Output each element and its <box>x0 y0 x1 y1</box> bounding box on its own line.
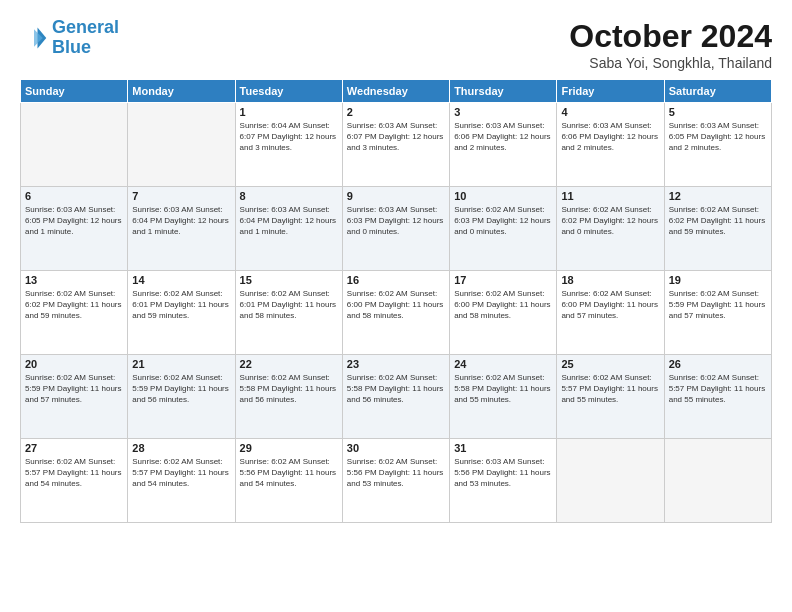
day-number: 31 <box>454 442 552 454</box>
table-row: 17Sunrise: 6:02 AM Sunset: 6:00 PM Dayli… <box>450 271 557 355</box>
header: General Blue October 2024 Saba Yoi, Song… <box>20 18 772 71</box>
day-number: 25 <box>561 358 659 370</box>
day-number: 1 <box>240 106 338 118</box>
table-row: 27Sunrise: 6:02 AM Sunset: 5:57 PM Dayli… <box>21 439 128 523</box>
table-row: 4Sunrise: 6:03 AM Sunset: 6:06 PM Daylig… <box>557 103 664 187</box>
calendar: Sunday Monday Tuesday Wednesday Thursday… <box>20 79 772 523</box>
col-sunday: Sunday <box>21 80 128 103</box>
logo-line1: General <box>52 17 119 37</box>
table-row: 15Sunrise: 6:02 AM Sunset: 6:01 PM Dayli… <box>235 271 342 355</box>
day-info: Sunrise: 6:02 AM Sunset: 5:56 PM Dayligh… <box>240 456 338 490</box>
day-number: 13 <box>25 274 123 286</box>
day-number: 20 <box>25 358 123 370</box>
day-info: Sunrise: 6:02 AM Sunset: 6:02 PM Dayligh… <box>561 204 659 238</box>
table-row: 29Sunrise: 6:02 AM Sunset: 5:56 PM Dayli… <box>235 439 342 523</box>
table-row: 1Sunrise: 6:04 AM Sunset: 6:07 PM Daylig… <box>235 103 342 187</box>
logo: General Blue <box>20 18 119 58</box>
day-number: 27 <box>25 442 123 454</box>
day-number: 4 <box>561 106 659 118</box>
table-row: 12Sunrise: 6:02 AM Sunset: 6:02 PM Dayli… <box>664 187 771 271</box>
table-row: 9Sunrise: 6:03 AM Sunset: 6:03 PM Daylig… <box>342 187 449 271</box>
day-info: Sunrise: 6:03 AM Sunset: 6:03 PM Dayligh… <box>347 204 445 238</box>
day-number: 26 <box>669 358 767 370</box>
table-row: 20Sunrise: 6:02 AM Sunset: 5:59 PM Dayli… <box>21 355 128 439</box>
day-number: 22 <box>240 358 338 370</box>
col-wednesday: Wednesday <box>342 80 449 103</box>
col-saturday: Saturday <box>664 80 771 103</box>
table-row: 28Sunrise: 6:02 AM Sunset: 5:57 PM Dayli… <box>128 439 235 523</box>
title-block: October 2024 Saba Yoi, Songkhla, Thailan… <box>569 18 772 71</box>
day-info: Sunrise: 6:02 AM Sunset: 6:00 PM Dayligh… <box>561 288 659 322</box>
day-number: 23 <box>347 358 445 370</box>
day-info: Sunrise: 6:02 AM Sunset: 5:59 PM Dayligh… <box>132 372 230 406</box>
table-row: 10Sunrise: 6:02 AM Sunset: 6:03 PM Dayli… <box>450 187 557 271</box>
day-number: 30 <box>347 442 445 454</box>
col-monday: Monday <box>128 80 235 103</box>
day-info: Sunrise: 6:03 AM Sunset: 6:05 PM Dayligh… <box>25 204 123 238</box>
day-info: Sunrise: 6:02 AM Sunset: 6:00 PM Dayligh… <box>347 288 445 322</box>
day-number: 15 <box>240 274 338 286</box>
table-row: 23Sunrise: 6:02 AM Sunset: 5:58 PM Dayli… <box>342 355 449 439</box>
day-info: Sunrise: 6:02 AM Sunset: 5:58 PM Dayligh… <box>240 372 338 406</box>
day-info: Sunrise: 6:03 AM Sunset: 6:04 PM Dayligh… <box>240 204 338 238</box>
table-row: 19Sunrise: 6:02 AM Sunset: 5:59 PM Dayli… <box>664 271 771 355</box>
table-row <box>557 439 664 523</box>
day-info: Sunrise: 6:02 AM Sunset: 6:01 PM Dayligh… <box>240 288 338 322</box>
day-info: Sunrise: 6:03 AM Sunset: 6:05 PM Dayligh… <box>669 120 767 154</box>
table-row: 22Sunrise: 6:02 AM Sunset: 5:58 PM Dayli… <box>235 355 342 439</box>
month-title: October 2024 <box>569 18 772 55</box>
day-info: Sunrise: 6:02 AM Sunset: 5:56 PM Dayligh… <box>347 456 445 490</box>
col-thursday: Thursday <box>450 80 557 103</box>
day-number: 19 <box>669 274 767 286</box>
day-info: Sunrise: 6:03 AM Sunset: 6:06 PM Dayligh… <box>454 120 552 154</box>
calendar-header-row: Sunday Monday Tuesday Wednesday Thursday… <box>21 80 772 103</box>
day-info: Sunrise: 6:04 AM Sunset: 6:07 PM Dayligh… <box>240 120 338 154</box>
table-row: 26Sunrise: 6:02 AM Sunset: 5:57 PM Dayli… <box>664 355 771 439</box>
day-number: 28 <box>132 442 230 454</box>
page: General Blue October 2024 Saba Yoi, Song… <box>0 0 792 612</box>
table-row: 18Sunrise: 6:02 AM Sunset: 6:00 PM Dayli… <box>557 271 664 355</box>
table-row: 3Sunrise: 6:03 AM Sunset: 6:06 PM Daylig… <box>450 103 557 187</box>
col-friday: Friday <box>557 80 664 103</box>
table-row: 30Sunrise: 6:02 AM Sunset: 5:56 PM Dayli… <box>342 439 449 523</box>
table-row <box>664 439 771 523</box>
day-number: 14 <box>132 274 230 286</box>
day-info: Sunrise: 6:02 AM Sunset: 6:03 PM Dayligh… <box>454 204 552 238</box>
table-row: 14Sunrise: 6:02 AM Sunset: 6:01 PM Dayli… <box>128 271 235 355</box>
day-number: 10 <box>454 190 552 202</box>
day-number: 6 <box>25 190 123 202</box>
table-row: 8Sunrise: 6:03 AM Sunset: 6:04 PM Daylig… <box>235 187 342 271</box>
table-row: 5Sunrise: 6:03 AM Sunset: 6:05 PM Daylig… <box>664 103 771 187</box>
day-number: 9 <box>347 190 445 202</box>
day-number: 5 <box>669 106 767 118</box>
table-row <box>128 103 235 187</box>
day-number: 18 <box>561 274 659 286</box>
day-number: 29 <box>240 442 338 454</box>
day-info: Sunrise: 6:02 AM Sunset: 5:57 PM Dayligh… <box>561 372 659 406</box>
day-info: Sunrise: 6:03 AM Sunset: 6:07 PM Dayligh… <box>347 120 445 154</box>
day-info: Sunrise: 6:03 AM Sunset: 5:56 PM Dayligh… <box>454 456 552 490</box>
day-number: 12 <box>669 190 767 202</box>
day-info: Sunrise: 6:02 AM Sunset: 6:02 PM Dayligh… <box>669 204 767 238</box>
day-number: 16 <box>347 274 445 286</box>
logo-line2: Blue <box>52 37 91 57</box>
table-row: 31Sunrise: 6:03 AM Sunset: 5:56 PM Dayli… <box>450 439 557 523</box>
day-info: Sunrise: 6:02 AM Sunset: 5:58 PM Dayligh… <box>347 372 445 406</box>
table-row: 6Sunrise: 6:03 AM Sunset: 6:05 PM Daylig… <box>21 187 128 271</box>
day-number: 8 <box>240 190 338 202</box>
table-row: 16Sunrise: 6:02 AM Sunset: 6:00 PM Dayli… <box>342 271 449 355</box>
day-info: Sunrise: 6:02 AM Sunset: 5:59 PM Dayligh… <box>25 372 123 406</box>
day-info: Sunrise: 6:03 AM Sunset: 6:06 PM Dayligh… <box>561 120 659 154</box>
col-tuesday: Tuesday <box>235 80 342 103</box>
table-row <box>21 103 128 187</box>
day-number: 17 <box>454 274 552 286</box>
day-info: Sunrise: 6:02 AM Sunset: 5:57 PM Dayligh… <box>132 456 230 490</box>
table-row: 13Sunrise: 6:02 AM Sunset: 6:02 PM Dayli… <box>21 271 128 355</box>
logo-icon <box>20 24 48 52</box>
day-number: 11 <box>561 190 659 202</box>
table-row: 25Sunrise: 6:02 AM Sunset: 5:57 PM Dayli… <box>557 355 664 439</box>
day-info: Sunrise: 6:02 AM Sunset: 6:01 PM Dayligh… <box>132 288 230 322</box>
table-row: 7Sunrise: 6:03 AM Sunset: 6:04 PM Daylig… <box>128 187 235 271</box>
table-row: 24Sunrise: 6:02 AM Sunset: 5:58 PM Dayli… <box>450 355 557 439</box>
day-info: Sunrise: 6:02 AM Sunset: 5:59 PM Dayligh… <box>669 288 767 322</box>
